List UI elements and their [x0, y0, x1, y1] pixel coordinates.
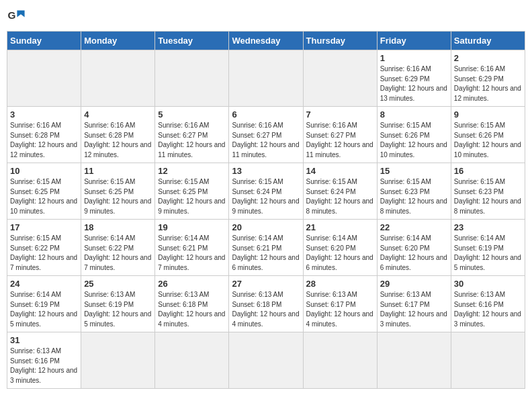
day-info: Sunrise: 6:15 AM Sunset: 6:23 PM Dayligh…	[454, 177, 522, 216]
calendar-cell	[229, 332, 303, 389]
calendar-cell	[81, 50, 155, 107]
day-info: Sunrise: 6:14 AM Sunset: 6:20 PM Dayligh…	[306, 234, 374, 273]
calendar-cell: 22Sunrise: 6:14 AM Sunset: 6:20 PM Dayli…	[377, 220, 451, 276]
calendar-week-5: 31Sunrise: 6:13 AM Sunset: 6:16 PM Dayli…	[7, 332, 525, 389]
calendar-cell: 14Sunrise: 6:15 AM Sunset: 6:24 PM Dayli…	[303, 163, 377, 220]
calendar-cell	[303, 50, 377, 107]
calendar-cell	[229, 50, 303, 107]
day-info: Sunrise: 6:13 AM Sunset: 6:18 PM Dayligh…	[232, 290, 300, 329]
day-info: Sunrise: 6:13 AM Sunset: 6:17 PM Dayligh…	[380, 290, 448, 329]
day-number: 17	[10, 222, 78, 232]
calendar-cell	[303, 332, 377, 389]
day-info: Sunrise: 6:13 AM Sunset: 6:16 PM Dayligh…	[10, 347, 78, 385]
day-number: 3	[10, 109, 78, 120]
day-number: 25	[84, 279, 152, 289]
day-number: 13	[232, 166, 300, 176]
day-number: 29	[380, 279, 448, 289]
logo-icon: G	[7, 7, 26, 26]
calendar-cell: 29Sunrise: 6:13 AM Sunset: 6:17 PM Dayli…	[377, 276, 451, 332]
calendar-cell: 17Sunrise: 6:15 AM Sunset: 6:22 PM Dayli…	[7, 220, 81, 276]
day-info: Sunrise: 6:15 AM Sunset: 6:25 PM Dayligh…	[158, 177, 226, 216]
calendar-cell: 23Sunrise: 6:14 AM Sunset: 6:19 PM Dayli…	[451, 220, 525, 276]
day-number: 9	[454, 109, 522, 120]
day-number: 28	[306, 279, 374, 289]
day-info: Sunrise: 6:15 AM Sunset: 6:25 PM Dayligh…	[84, 177, 152, 216]
day-info: Sunrise: 6:15 AM Sunset: 6:26 PM Dayligh…	[454, 121, 522, 160]
day-info: Sunrise: 6:15 AM Sunset: 6:23 PM Dayligh…	[380, 177, 448, 216]
day-info: Sunrise: 6:15 AM Sunset: 6:24 PM Dayligh…	[232, 177, 300, 216]
weekday-friday: Friday	[377, 32, 451, 50]
day-info: Sunrise: 6:16 AM Sunset: 6:29 PM Dayligh…	[454, 64, 522, 103]
day-number: 26	[158, 279, 226, 289]
header: G	[7, 7, 525, 26]
day-number: 19	[158, 222, 226, 232]
weekday-thursday: Thursday	[303, 32, 377, 50]
weekday-header-row: SundayMondayTuesdayWednesdayThursdayFrid…	[7, 32, 525, 50]
svg-text:G: G	[7, 9, 15, 21]
weekday-wednesday: Wednesday	[229, 32, 303, 50]
day-number: 10	[10, 166, 78, 176]
calendar-week-2: 10Sunrise: 6:15 AM Sunset: 6:25 PM Dayli…	[7, 163, 525, 220]
weekday-monday: Monday	[81, 32, 155, 50]
day-number: 7	[306, 109, 374, 120]
calendar-cell	[451, 332, 525, 389]
day-info: Sunrise: 6:14 AM Sunset: 6:22 PM Dayligh…	[84, 234, 152, 273]
day-number: 4	[84, 109, 152, 120]
calendar-cell: 1Sunrise: 6:16 AM Sunset: 6:29 PM Daylig…	[377, 50, 451, 107]
calendar-cell: 6Sunrise: 6:16 AM Sunset: 6:27 PM Daylig…	[229, 107, 303, 163]
day-info: Sunrise: 6:15 AM Sunset: 6:22 PM Dayligh…	[10, 234, 78, 273]
day-number: 24	[10, 279, 78, 289]
calendar-cell	[377, 332, 451, 389]
day-number: 21	[306, 222, 374, 232]
calendar-week-1: 3Sunrise: 6:16 AM Sunset: 6:28 PM Daylig…	[7, 107, 525, 163]
day-info: Sunrise: 6:13 AM Sunset: 6:19 PM Dayligh…	[84, 290, 152, 329]
day-number: 5	[158, 109, 226, 120]
day-number: 27	[232, 279, 300, 289]
day-info: Sunrise: 6:15 AM Sunset: 6:25 PM Dayligh…	[10, 177, 78, 216]
day-info: Sunrise: 6:15 AM Sunset: 6:24 PM Dayligh…	[306, 177, 374, 216]
day-info: Sunrise: 6:16 AM Sunset: 6:27 PM Dayligh…	[306, 121, 374, 160]
calendar-week-4: 24Sunrise: 6:14 AM Sunset: 6:19 PM Dayli…	[7, 276, 525, 332]
calendar-cell: 27Sunrise: 6:13 AM Sunset: 6:18 PM Dayli…	[229, 276, 303, 332]
day-info: Sunrise: 6:16 AM Sunset: 6:27 PM Dayligh…	[158, 121, 226, 160]
day-info: Sunrise: 6:14 AM Sunset: 6:21 PM Dayligh…	[232, 234, 300, 273]
day-info: Sunrise: 6:14 AM Sunset: 6:19 PM Dayligh…	[10, 290, 78, 329]
calendar-week-3: 17Sunrise: 6:15 AM Sunset: 6:22 PM Dayli…	[7, 220, 525, 276]
day-number: 14	[306, 166, 374, 176]
day-info: Sunrise: 6:14 AM Sunset: 6:21 PM Dayligh…	[158, 234, 226, 273]
day-number: 2	[454, 53, 522, 63]
weekday-saturday: Saturday	[451, 32, 525, 50]
day-number: 15	[380, 166, 448, 176]
calendar-cell: 15Sunrise: 6:15 AM Sunset: 6:23 PM Dayli…	[377, 163, 451, 220]
calendar-cell: 12Sunrise: 6:15 AM Sunset: 6:25 PM Dayli…	[155, 163, 229, 220]
calendar-cell: 7Sunrise: 6:16 AM Sunset: 6:27 PM Daylig…	[303, 107, 377, 163]
day-number: 6	[232, 109, 300, 120]
calendar-cell: 3Sunrise: 6:16 AM Sunset: 6:28 PM Daylig…	[7, 107, 81, 163]
logo: G	[7, 7, 28, 26]
calendar-cell	[81, 332, 155, 389]
calendar-cell: 13Sunrise: 6:15 AM Sunset: 6:24 PM Dayli…	[229, 163, 303, 220]
day-number: 1	[380, 53, 448, 63]
calendar-table: SundayMondayTuesdayWednesdayThursdayFrid…	[7, 31, 525, 389]
day-info: Sunrise: 6:16 AM Sunset: 6:28 PM Dayligh…	[84, 121, 152, 160]
day-info: Sunrise: 6:16 AM Sunset: 6:28 PM Dayligh…	[10, 121, 78, 160]
calendar-cell	[155, 332, 229, 389]
calendar-cell: 16Sunrise: 6:15 AM Sunset: 6:23 PM Dayli…	[451, 163, 525, 220]
day-info: Sunrise: 6:16 AM Sunset: 6:27 PM Dayligh…	[232, 121, 300, 160]
calendar-cell: 11Sunrise: 6:15 AM Sunset: 6:25 PM Dayli…	[81, 163, 155, 220]
weekday-tuesday: Tuesday	[155, 32, 229, 50]
day-info: Sunrise: 6:13 AM Sunset: 6:17 PM Dayligh…	[306, 290, 374, 329]
calendar-cell: 19Sunrise: 6:14 AM Sunset: 6:21 PM Dayli…	[155, 220, 229, 276]
calendar-week-0: 1Sunrise: 6:16 AM Sunset: 6:29 PM Daylig…	[7, 50, 525, 107]
calendar-cell: 21Sunrise: 6:14 AM Sunset: 6:20 PM Dayli…	[303, 220, 377, 276]
calendar-body: 1Sunrise: 6:16 AM Sunset: 6:29 PM Daylig…	[7, 50, 525, 389]
day-number: 22	[380, 222, 448, 232]
day-number: 20	[232, 222, 300, 232]
day-number: 31	[10, 335, 78, 345]
weekday-sunday: Sunday	[7, 32, 81, 50]
calendar-cell: 2Sunrise: 6:16 AM Sunset: 6:29 PM Daylig…	[451, 50, 525, 107]
calendar-cell: 24Sunrise: 6:14 AM Sunset: 6:19 PM Dayli…	[7, 276, 81, 332]
calendar-cell: 26Sunrise: 6:13 AM Sunset: 6:18 PM Dayli…	[155, 276, 229, 332]
day-info: Sunrise: 6:13 AM Sunset: 6:18 PM Dayligh…	[158, 290, 226, 329]
calendar-cell: 20Sunrise: 6:14 AM Sunset: 6:21 PM Dayli…	[229, 220, 303, 276]
